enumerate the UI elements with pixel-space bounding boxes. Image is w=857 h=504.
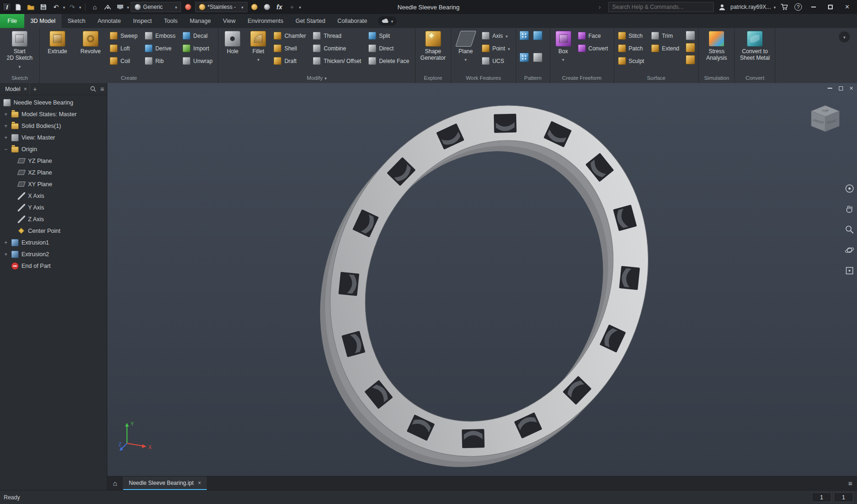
user-label[interactable]: patrick.ray69X... xyxy=(731,4,771,10)
delete-face-button[interactable]: Delete Face xyxy=(366,55,413,67)
new-file-icon[interactable] xyxy=(13,1,24,13)
home-view-icon[interactable]: ⌂ xyxy=(89,1,100,13)
modify-panel-caret-icon[interactable] xyxy=(324,75,327,81)
sketch-driven-pattern-icon[interactable] xyxy=(533,53,542,62)
tree-item-xz-plane[interactable]: XZ Plane xyxy=(0,167,107,178)
replace-face-icon[interactable] xyxy=(686,55,695,64)
maximize-button[interactable] xyxy=(823,1,837,13)
tree-item-model-states[interactable]: Model States: Master xyxy=(0,108,107,120)
orbit-icon[interactable] xyxy=(844,245,855,255)
extrude-button[interactable]: Extrude xyxy=(42,29,73,55)
minimize-button[interactable] xyxy=(807,1,821,13)
hole-button[interactable]: Hole xyxy=(220,29,245,55)
browser-tab-close-icon[interactable]: × xyxy=(24,86,27,92)
tab-file[interactable]: File xyxy=(0,14,24,28)
display-settings-caret-icon[interactable] xyxy=(127,4,129,10)
loft-button[interactable]: Loft xyxy=(108,42,141,55)
user-caret-icon[interactable] xyxy=(773,4,776,10)
unwrap-button[interactable]: Unwrap xyxy=(181,55,216,67)
bearing-model[interactable] xyxy=(107,83,857,476)
plane-button[interactable]: Plane xyxy=(453,29,478,63)
point-button[interactable]: Point xyxy=(480,42,514,55)
redo-icon[interactable]: ↷ xyxy=(67,1,78,13)
rib-button[interactable]: Rib xyxy=(143,55,179,67)
expander-icon[interactable] xyxy=(3,134,8,141)
zoom-icon[interactable] xyxy=(844,224,855,235)
status-field-2[interactable]: 1 xyxy=(834,492,853,502)
axis-button[interactable]: Axis xyxy=(480,29,514,42)
parameters-fx-icon[interactable]: fx xyxy=(274,1,285,13)
expander-icon[interactable] xyxy=(3,146,8,153)
tab-collaborate[interactable]: Collaborate xyxy=(331,14,373,28)
tree-item-origin[interactable]: Origin xyxy=(0,143,107,155)
tree-item-xy-plane[interactable]: XY Plane xyxy=(0,178,107,190)
look-at-face-icon[interactable] xyxy=(844,266,855,276)
expander-icon[interactable] xyxy=(3,111,8,118)
trim-button[interactable]: Trim xyxy=(649,29,683,42)
clear-appearance-icon[interactable] xyxy=(183,1,194,13)
stitch-button[interactable]: Stitch xyxy=(616,29,648,42)
tab-annotate[interactable]: Annotate xyxy=(91,14,127,28)
tree-item-solid-bodies[interactable]: Solid Bodies(1) xyxy=(0,120,107,132)
help-icon[interactable]: ? xyxy=(793,1,804,13)
expander-icon[interactable] xyxy=(3,123,8,129)
add-browser-pane-icon[interactable]: + xyxy=(33,85,37,93)
open-folder-icon[interactable] xyxy=(25,1,36,13)
doc-close-icon[interactable]: × xyxy=(850,84,853,92)
panel-label-modify[interactable]: Modify xyxy=(307,75,323,81)
tree-item-extrusion2[interactable]: Extrusion2 xyxy=(0,248,107,260)
convert-sheet-metal-button[interactable]: Convert to Sheet Metal xyxy=(737,29,773,62)
thicken-offset-button[interactable]: Thicken/ Offset xyxy=(311,55,365,67)
browser-menu-icon[interactable]: ≡ xyxy=(100,85,104,93)
ribbon-options-button[interactable] xyxy=(838,31,850,43)
decal-button[interactable]: Decal xyxy=(181,29,216,42)
chevron-right-icon[interactable]: › xyxy=(594,1,605,13)
fillet-button[interactable]: Fillet xyxy=(246,29,270,63)
appearance-dropdown[interactable]: *Stainless - xyxy=(195,2,247,12)
navigation-wheel-icon[interactable] xyxy=(844,183,855,194)
look-at-icon[interactable] xyxy=(102,1,113,13)
coil-button[interactable]: Coil xyxy=(108,55,141,67)
tree-item-y-axis[interactable]: Y Axis xyxy=(0,202,107,213)
close-button[interactable]: × xyxy=(840,1,854,13)
appearance-copy-icon[interactable] xyxy=(261,1,273,13)
combine-button[interactable]: Combine xyxy=(311,42,365,55)
tree-item-z-axis[interactable]: Z Axis xyxy=(0,213,107,225)
mirror-icon[interactable] xyxy=(533,31,542,40)
tab-manage[interactable]: Manage xyxy=(183,14,217,28)
rectangular-pattern-icon[interactable] xyxy=(520,31,529,40)
thread-button[interactable]: Thread xyxy=(311,29,365,42)
quick-access-caret-icon[interactable] xyxy=(299,4,302,10)
shape-generator-button[interactable]: Shape Generator xyxy=(417,29,449,62)
circular-pattern-icon[interactable] xyxy=(520,53,529,62)
freeform-box-button[interactable]: Box xyxy=(552,29,575,63)
document-tab-close-icon[interactable]: × xyxy=(198,480,201,486)
shell-button[interactable]: Shell xyxy=(272,42,309,55)
emboss-button[interactable]: Emboss xyxy=(143,29,179,42)
tab-list-menu-icon[interactable]: ≡ xyxy=(843,479,857,487)
save-icon[interactable] xyxy=(38,1,49,13)
tree-item-view-master[interactable]: View: Master xyxy=(0,132,107,143)
extend-button[interactable]: Extend xyxy=(649,42,683,55)
freeform-face-button[interactable]: Face xyxy=(576,29,612,42)
thicken-surface-icon[interactable] xyxy=(686,31,695,40)
undo-caret-icon[interactable] xyxy=(63,4,65,10)
boundary-patch-icon[interactable] xyxy=(686,43,695,52)
import-button[interactable]: Import xyxy=(181,42,216,55)
tree-item-end-of-part[interactable]: End of Part xyxy=(0,260,107,272)
document-tab-active[interactable]: Needle Sleeve Bearing.ipt × xyxy=(123,476,207,490)
tree-item-yz-plane[interactable]: YZ Plane xyxy=(0,155,107,167)
display-settings-icon[interactable] xyxy=(114,1,126,13)
doc-minimize-icon[interactable] xyxy=(828,88,832,89)
revolve-button[interactable]: Revolve xyxy=(75,29,106,55)
tree-item-extrusion1[interactable]: Extrusion1 xyxy=(0,237,107,248)
stress-analysis-button[interactable]: Stress Analysis xyxy=(701,29,732,62)
redo-caret-icon[interactable] xyxy=(79,4,82,10)
sculpt-button[interactable]: Sculpt xyxy=(616,55,648,67)
tree-item-center-point[interactable]: Center Point xyxy=(0,225,107,237)
tab-inspect[interactable]: Inspect xyxy=(127,14,158,28)
add-quick-access-icon[interactable]: + xyxy=(287,1,298,13)
cart-icon[interactable] xyxy=(779,1,790,13)
draft-button[interactable]: Draft xyxy=(272,55,309,67)
chamfer-button[interactable]: Chamfer xyxy=(272,29,309,42)
